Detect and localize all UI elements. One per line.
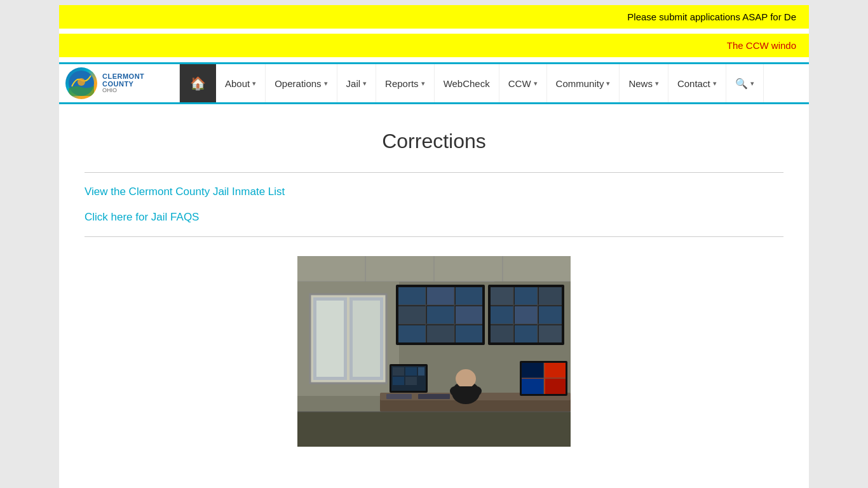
nav-operations-label: Operations bbox=[275, 78, 321, 89]
nav-items: About ▾ Operations ▾ Jail ▾ Reports ▾ We… bbox=[216, 64, 809, 102]
nav-news[interactable]: News ▾ bbox=[620, 64, 668, 102]
nav-about[interactable]: About ▾ bbox=[216, 64, 266, 102]
svg-rect-37 bbox=[515, 306, 538, 324]
svg-rect-41 bbox=[539, 325, 562, 342]
svg-rect-39 bbox=[491, 325, 513, 342]
svg-rect-65 bbox=[418, 367, 424, 376]
nav-community[interactable]: Community ▾ bbox=[547, 64, 620, 102]
alert-text-1: Please submit applications ASAP for De bbox=[627, 11, 796, 22]
svg-rect-12 bbox=[316, 301, 344, 377]
logo-area[interactable]: CLERMONT COUNTY OHIO bbox=[59, 64, 180, 102]
svg-rect-20 bbox=[456, 287, 482, 305]
bottom-divider bbox=[85, 236, 783, 237]
nav-reports-label: Reports bbox=[385, 78, 419, 89]
svg-rect-33 bbox=[491, 287, 513, 305]
svg-rect-24 bbox=[398, 325, 426, 342]
svg-rect-57 bbox=[522, 379, 544, 394]
svg-rect-34 bbox=[515, 287, 538, 305]
nav-news-label: News bbox=[628, 78, 653, 89]
reports-chevron-icon: ▾ bbox=[421, 79, 425, 88]
alert-text-2: The CCW windo bbox=[727, 40, 796, 51]
svg-rect-21 bbox=[398, 306, 426, 324]
nav-contact[interactable]: Contact ▾ bbox=[668, 64, 726, 102]
nav-community-label: Community bbox=[556, 78, 604, 89]
news-chevron-icon: ▾ bbox=[655, 79, 659, 88]
jail-faqs-link[interactable]: Click here for Jail FAQS bbox=[85, 211, 783, 224]
svg-rect-23 bbox=[456, 306, 482, 324]
nav-about-label: About bbox=[225, 78, 250, 89]
svg-rect-36 bbox=[491, 306, 513, 324]
svg-rect-25 bbox=[427, 325, 454, 342]
jail-image bbox=[297, 256, 571, 447]
search-icon: 🔍 bbox=[735, 78, 748, 90]
svg-rect-35 bbox=[539, 287, 562, 305]
svg-rect-58 bbox=[545, 379, 566, 394]
logo-icon bbox=[65, 67, 97, 99]
main-nav: CLERMONT COUNTY OHIO 🏠 About ▾ Operation… bbox=[59, 62, 809, 104]
svg-rect-13 bbox=[353, 301, 380, 377]
svg-rect-69 bbox=[297, 412, 571, 447]
county-name: CLERMONT bbox=[102, 72, 144, 80]
svg-rect-49 bbox=[418, 394, 450, 399]
home-icon: 🏠 bbox=[190, 76, 206, 91]
logo-text: CLERMONT COUNTY OHIO bbox=[102, 72, 144, 94]
svg-rect-56 bbox=[545, 363, 566, 378]
svg-rect-38 bbox=[539, 306, 562, 324]
svg-rect-18 bbox=[398, 287, 426, 305]
search-button[interactable]: 🔍 ▾ bbox=[726, 64, 764, 102]
svg-rect-66 bbox=[393, 377, 404, 385]
svg-rect-55 bbox=[522, 363, 544, 378]
nav-webcheck-label: WebCheck bbox=[444, 78, 490, 89]
svg-rect-64 bbox=[405, 367, 417, 376]
nav-ccw[interactable]: CCW ▾ bbox=[499, 64, 547, 102]
operations-chevron-icon: ▾ bbox=[324, 79, 328, 88]
ccw-chevron-icon: ▾ bbox=[534, 79, 538, 88]
svg-point-51 bbox=[456, 369, 476, 388]
svg-rect-26 bbox=[456, 325, 482, 342]
svg-rect-48 bbox=[386, 394, 412, 399]
community-chevron-icon: ▾ bbox=[606, 79, 610, 88]
nav-operations[interactable]: Operations ▾ bbox=[266, 64, 337, 102]
nav-ccw-label: CCW bbox=[508, 78, 531, 89]
svg-rect-19 bbox=[427, 287, 454, 305]
nav-webcheck[interactable]: WebCheck bbox=[435, 64, 499, 102]
control-room-svg bbox=[297, 256, 571, 447]
contact-chevron-icon: ▾ bbox=[713, 79, 717, 88]
nav-jail-label: Jail bbox=[346, 78, 361, 89]
home-button[interactable]: 🏠 bbox=[180, 64, 216, 102]
search-chevron-icon: ▾ bbox=[750, 79, 754, 88]
page-title: Corrections bbox=[85, 130, 783, 153]
svg-rect-68 bbox=[418, 377, 424, 385]
alert-bar-2: The CCW windo bbox=[59, 34, 809, 57]
svg-point-1 bbox=[78, 78, 85, 86]
top-divider bbox=[85, 172, 783, 173]
main-content: Corrections View the Clermont County Jai… bbox=[59, 104, 809, 472]
nav-jail[interactable]: Jail ▾ bbox=[337, 64, 377, 102]
nav-contact-label: Contact bbox=[677, 78, 710, 89]
about-chevron-icon: ▾ bbox=[252, 79, 256, 88]
inmate-list-link[interactable]: View the Clermont County Jail Inmate Lis… bbox=[85, 186, 783, 198]
svg-rect-22 bbox=[427, 306, 454, 324]
svg-rect-40 bbox=[515, 325, 538, 342]
svg-rect-67 bbox=[405, 377, 417, 385]
county-ohio: OHIO bbox=[102, 88, 144, 94]
svg-rect-63 bbox=[393, 367, 404, 376]
alert-bar-1: Please submit applications ASAP for De bbox=[59, 5, 809, 29]
jail-image-container bbox=[85, 256, 783, 447]
svg-rect-52 bbox=[450, 386, 482, 396]
jail-chevron-icon: ▾ bbox=[363, 79, 367, 88]
nav-reports[interactable]: Reports ▾ bbox=[376, 64, 435, 102]
